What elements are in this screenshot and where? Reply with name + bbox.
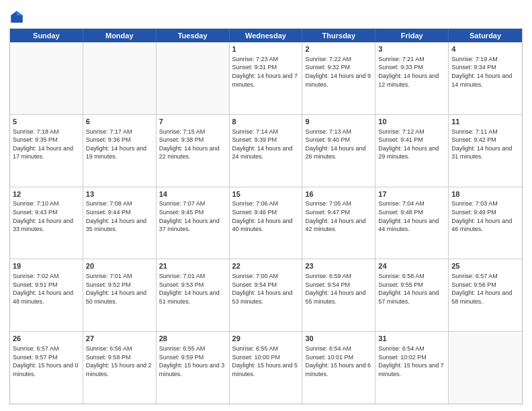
cal-cell [10,42,83,114]
cal-week-5: 26Sunrise: 6:57 AM Sunset: 9:57 PM Dayli… [10,332,522,404]
cell-content: Sunrise: 6:59 AM Sunset: 9:54 PM Dayligh… [305,272,372,306]
cal-cell: 13Sunrise: 7:08 AM Sunset: 9:44 PM Dayli… [83,187,157,259]
cal-header-monday: Monday [83,29,157,42]
cal-cell: 11Sunrise: 7:11 AM Sunset: 9:42 PM Dayli… [449,115,522,187]
cell-content: Sunrise: 7:13 AM Sunset: 9:40 PM Dayligh… [305,128,372,161]
cal-cell: 12Sunrise: 7:10 AM Sunset: 9:43 PM Dayli… [10,187,83,259]
cal-header-friday: Friday [375,29,449,42]
cal-cell: 2Sunrise: 7:22 AM Sunset: 9:32 PM Daylig… [302,42,375,114]
cal-week-3: 12Sunrise: 7:10 AM Sunset: 9:43 PM Dayli… [10,187,522,260]
cell-content: Sunrise: 7:00 AM Sunset: 9:54 PM Dayligh… [232,272,300,306]
day-number: 12 [13,189,80,199]
cell-content: Sunrise: 7:22 AM Sunset: 9:32 PM Dayligh… [305,55,372,89]
cell-content: Sunrise: 7:21 AM Sunset: 9:33 PM Dayligh… [378,55,445,89]
cell-content: Sunrise: 7:05 AM Sunset: 9:47 PM Dayligh… [305,199,372,233]
cal-cell: 10Sunrise: 7:12 AM Sunset: 9:41 PM Dayli… [375,115,449,187]
cal-cell: 4Sunrise: 7:19 AM Sunset: 9:34 PM Daylig… [449,42,522,114]
cal-week-1: 1Sunrise: 7:23 AM Sunset: 9:31 PM Daylig… [10,42,522,115]
day-number: 16 [305,189,372,199]
cal-cell: 16Sunrise: 7:05 AM Sunset: 9:47 PM Dayli… [302,187,375,259]
cell-content: Sunrise: 7:08 AM Sunset: 9:44 PM Dayligh… [86,199,153,233]
cal-week-4: 19Sunrise: 7:02 AM Sunset: 9:51 PM Dayli… [10,259,522,332]
cell-content: Sunrise: 6:58 AM Sunset: 9:55 PM Dayligh… [378,272,445,306]
cal-cell: 17Sunrise: 7:04 AM Sunset: 9:48 PM Dayli… [375,187,449,259]
cal-cell: 3Sunrise: 7:21 AM Sunset: 9:33 PM Daylig… [375,42,449,114]
day-number: 13 [86,189,153,199]
cell-content: Sunrise: 7:17 AM Sunset: 9:36 PM Dayligh… [86,128,153,161]
day-number: 30 [305,334,372,344]
cell-content: Sunrise: 7:12 AM Sunset: 9:41 PM Dayligh… [378,128,445,161]
svg-marker-1 [17,11,23,15]
cal-cell: 30Sunrise: 6:54 AM Sunset: 10:01 PM Dayl… [302,332,375,404]
day-number: 31 [378,334,445,344]
cal-cell: 29Sunrise: 6:55 AM Sunset: 10:00 PM Dayl… [230,332,303,404]
day-number: 7 [159,117,226,127]
cell-content: Sunrise: 6:55 AM Sunset: 9:59 PM Dayligh… [159,345,226,378]
cell-content: Sunrise: 7:14 AM Sunset: 9:39 PM Dayligh… [232,128,300,161]
day-number: 23 [305,261,372,271]
cell-content: Sunrise: 6:54 AM Sunset: 10:02 PM Daylig… [378,345,445,378]
cal-cell: 28Sunrise: 6:55 AM Sunset: 9:59 PM Dayli… [157,332,230,404]
day-number: 26 [13,334,80,344]
cell-content: Sunrise: 7:02 AM Sunset: 9:51 PM Dayligh… [13,272,80,306]
cal-cell: 9Sunrise: 7:13 AM Sunset: 9:40 PM Daylig… [302,115,375,187]
cal-cell [157,42,230,114]
day-number: 3 [378,44,445,54]
cell-content: Sunrise: 7:07 AM Sunset: 9:45 PM Dayligh… [159,199,226,233]
cal-cell: 15Sunrise: 7:06 AM Sunset: 9:46 PM Dayli… [230,187,303,259]
cal-header-wednesday: Wednesday [230,29,303,42]
cell-content: Sunrise: 7:04 AM Sunset: 9:48 PM Dayligh… [378,199,445,233]
cell-content: Sunrise: 6:56 AM Sunset: 9:58 PM Dayligh… [86,345,153,378]
cell-content: Sunrise: 6:57 AM Sunset: 9:56 PM Dayligh… [451,272,519,306]
day-number: 19 [13,261,80,271]
cal-cell: 24Sunrise: 6:58 AM Sunset: 9:55 PM Dayli… [375,259,449,331]
cal-week-2: 5Sunrise: 7:18 AM Sunset: 9:35 PM Daylig… [10,115,522,187]
cal-header-thursday: Thursday [302,29,375,42]
cal-cell: 1Sunrise: 7:23 AM Sunset: 9:31 PM Daylig… [230,42,303,114]
cal-cell: 22Sunrise: 7:00 AM Sunset: 9:54 PM Dayli… [230,259,303,331]
cal-cell: 7Sunrise: 7:15 AM Sunset: 9:38 PM Daylig… [157,115,230,187]
cal-header-saturday: Saturday [449,29,522,42]
cal-cell [449,332,522,404]
cell-content: Sunrise: 7:18 AM Sunset: 9:35 PM Dayligh… [13,128,80,161]
cell-content: Sunrise: 6:54 AM Sunset: 10:01 PM Daylig… [305,345,372,378]
day-number: 18 [451,189,519,199]
day-number: 9 [305,117,372,127]
day-number: 29 [232,334,300,344]
logo [9,9,26,24]
cell-content: Sunrise: 7:01 AM Sunset: 9:52 PM Dayligh… [86,272,153,306]
header [9,7,523,24]
cal-cell: 27Sunrise: 6:56 AM Sunset: 9:58 PM Dayli… [83,332,157,404]
cal-cell: 20Sunrise: 7:01 AM Sunset: 9:52 PM Dayli… [83,259,157,331]
day-number: 8 [232,117,300,127]
day-number: 20 [86,261,153,271]
cal-cell: 8Sunrise: 7:14 AM Sunset: 9:39 PM Daylig… [230,115,303,187]
day-number: 2 [305,44,372,54]
day-number: 21 [159,261,226,271]
cal-cell: 14Sunrise: 7:07 AM Sunset: 9:45 PM Dayli… [157,187,230,259]
day-number: 14 [159,189,226,199]
page: SundayMondayTuesdayWednesdayThursdayFrid… [0,0,532,411]
day-number: 11 [451,117,519,127]
day-number: 25 [451,261,519,271]
cell-content: Sunrise: 7:06 AM Sunset: 9:46 PM Dayligh… [232,199,300,233]
calendar-header: SundayMondayTuesdayWednesdayThursdayFrid… [10,29,522,42]
cell-content: Sunrise: 7:19 AM Sunset: 9:34 PM Dayligh… [451,55,519,89]
cal-cell: 18Sunrise: 7:03 AM Sunset: 9:49 PM Dayli… [449,187,522,259]
day-number: 22 [232,261,300,271]
logo-icon [9,9,24,24]
day-number: 6 [86,117,153,127]
cell-content: Sunrise: 7:23 AM Sunset: 9:31 PM Dayligh… [232,55,300,89]
cal-cell: 5Sunrise: 7:18 AM Sunset: 9:35 PM Daylig… [10,115,83,187]
cal-header-sunday: Sunday [10,29,83,42]
day-number: 10 [378,117,445,127]
cell-content: Sunrise: 6:55 AM Sunset: 10:00 PM Daylig… [232,345,300,378]
cell-content: Sunrise: 7:03 AM Sunset: 9:49 PM Dayligh… [451,199,519,233]
day-number: 24 [378,261,445,271]
cal-header-tuesday: Tuesday [157,29,230,42]
cal-cell: 21Sunrise: 7:01 AM Sunset: 9:53 PM Dayli… [157,259,230,331]
day-number: 15 [232,189,300,199]
cell-content: Sunrise: 7:15 AM Sunset: 9:38 PM Dayligh… [159,128,226,161]
calendar: SundayMondayTuesdayWednesdayThursdayFrid… [9,28,523,404]
cell-content: Sunrise: 7:11 AM Sunset: 9:42 PM Dayligh… [451,128,519,161]
